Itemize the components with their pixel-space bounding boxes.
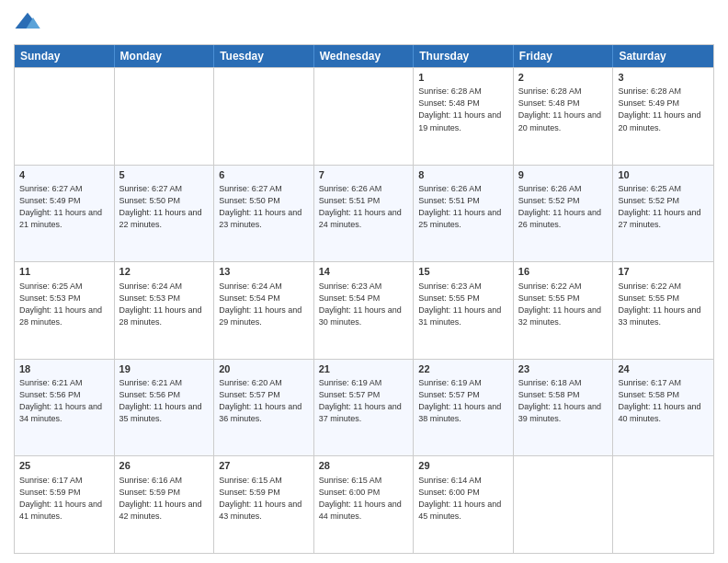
cell-info: Sunrise: 6:26 AMSunset: 5:52 PMDaylight:… [518,183,609,231]
day-number: 12 [119,265,210,279]
calendar-row-2: 11Sunrise: 6:25 AMSunset: 5:53 PMDayligh… [15,261,713,359]
day-number: 10 [618,168,709,182]
calendar-cell: 9Sunrise: 6:26 AMSunset: 5:52 PMDaylight… [514,166,614,262]
calendar-cell: 23Sunrise: 6:18 AMSunset: 5:58 PMDayligh… [514,360,614,456]
calendar-cell: 20Sunrise: 6:20 AMSunset: 5:57 PMDayligh… [214,360,314,456]
calendar-cell [613,456,713,553]
header-cell-sunday: Sunday [15,45,115,67]
day-number: 13 [219,265,309,279]
cell-info: Sunrise: 6:22 AMSunset: 5:55 PMDaylight:… [618,281,709,328]
day-number: 17 [618,265,709,279]
day-number: 23 [518,362,609,376]
day-number: 2 [518,71,609,85]
cell-info: Sunrise: 6:21 AMSunset: 5:56 PMDaylight:… [19,377,109,425]
calendar-cell: 25Sunrise: 6:17 AMSunset: 5:59 PMDayligh… [15,456,115,553]
calendar-cell: 26Sunrise: 6:16 AMSunset: 5:59 PMDayligh… [115,456,215,553]
calendar-cell: 27Sunrise: 6:15 AMSunset: 5:59 PMDayligh… [214,456,314,553]
cell-info: Sunrise: 6:21 AMSunset: 5:56 PMDaylight:… [119,377,210,425]
calendar-cell: 19Sunrise: 6:21 AMSunset: 5:56 PMDayligh… [115,360,215,456]
calendar-cell: 10Sunrise: 6:25 AMSunset: 5:52 PMDayligh… [613,166,713,262]
cell-info: Sunrise: 6:23 AMSunset: 5:54 PMDaylight:… [319,281,409,328]
calendar-cell: 12Sunrise: 6:24 AMSunset: 5:53 PMDayligh… [115,262,215,359]
cell-info: Sunrise: 6:27 AMSunset: 5:50 PMDaylight:… [219,183,309,231]
cell-info: Sunrise: 6:23 AMSunset: 5:55 PMDaylight:… [418,281,508,328]
day-number: 3 [618,71,709,85]
day-number: 1 [418,71,508,85]
calendar-row-0: 1Sunrise: 6:28 AMSunset: 5:48 PMDaylight… [15,67,713,165]
day-number: 25 [19,459,109,473]
cell-info: Sunrise: 6:20 AMSunset: 5:57 PMDaylight:… [219,377,309,425]
calendar-cell: 2Sunrise: 6:28 AMSunset: 5:48 PMDaylight… [514,68,614,165]
cell-info: Sunrise: 6:25 AMSunset: 5:53 PMDaylight:… [19,281,109,328]
calendar-cell: 29Sunrise: 6:14 AMSunset: 6:00 PMDayligh… [414,456,514,553]
calendar-cell: 8Sunrise: 6:26 AMSunset: 5:51 PMDaylight… [414,166,514,262]
header-cell-thursday: Thursday [414,45,514,67]
calendar-cell: 7Sunrise: 6:26 AMSunset: 5:51 PMDaylight… [314,166,415,262]
calendar-cell [15,68,115,165]
header-cell-tuesday: Tuesday [214,45,314,67]
cell-info: Sunrise: 6:28 AMSunset: 5:48 PMDaylight:… [418,86,508,133]
calendar: SundayMondayTuesdayWednesdayThursdayFrid… [14,44,714,554]
cell-info: Sunrise: 6:15 AMSunset: 6:00 PMDaylight:… [319,475,409,523]
calendar-row-1: 4Sunrise: 6:27 AMSunset: 5:49 PMDaylight… [15,165,713,262]
cell-info: Sunrise: 6:28 AMSunset: 5:48 PMDaylight:… [518,86,609,133]
calendar-cell [314,68,415,165]
day-number: 11 [19,265,109,279]
cell-info: Sunrise: 6:24 AMSunset: 5:54 PMDaylight:… [219,281,309,328]
cell-info: Sunrise: 6:22 AMSunset: 5:55 PMDaylight:… [518,281,609,328]
cell-info: Sunrise: 6:15 AMSunset: 5:59 PMDaylight:… [219,475,309,523]
header-cell-monday: Monday [115,45,215,67]
logo [14,9,45,37]
cell-info: Sunrise: 6:14 AMSunset: 6:00 PMDaylight:… [418,475,508,523]
calendar-cell [214,68,314,165]
day-number: 21 [319,362,409,376]
cell-info: Sunrise: 6:28 AMSunset: 5:49 PMDaylight:… [618,86,709,133]
day-number: 24 [618,362,709,376]
day-number: 19 [119,362,210,376]
day-number: 8 [418,168,508,182]
day-number: 7 [319,168,409,182]
cell-info: Sunrise: 6:19 AMSunset: 5:57 PMDaylight:… [319,377,409,425]
calendar-cell: 4Sunrise: 6:27 AMSunset: 5:49 PMDaylight… [15,166,115,262]
day-number: 4 [19,168,109,182]
page-header [14,9,714,37]
calendar-cell: 3Sunrise: 6:28 AMSunset: 5:49 PMDaylight… [613,68,713,165]
calendar-header: SundayMondayTuesdayWednesdayThursdayFrid… [15,45,713,67]
day-number: 15 [418,265,508,279]
calendar-cell: 6Sunrise: 6:27 AMSunset: 5:50 PMDaylight… [214,166,314,262]
calendar-body: 1Sunrise: 6:28 AMSunset: 5:48 PMDaylight… [15,67,713,553]
calendar-cell: 17Sunrise: 6:22 AMSunset: 5:55 PMDayligh… [613,262,713,359]
day-number: 18 [19,362,109,376]
calendar-cell: 1Sunrise: 6:28 AMSunset: 5:48 PMDaylight… [414,68,514,165]
day-number: 28 [319,459,409,473]
calendar-cell: 18Sunrise: 6:21 AMSunset: 5:56 PMDayligh… [15,360,115,456]
cell-info: Sunrise: 6:26 AMSunset: 5:51 PMDaylight:… [319,183,409,231]
cell-info: Sunrise: 6:17 AMSunset: 5:58 PMDaylight:… [618,377,709,425]
calendar-cell [115,68,215,165]
header-cell-saturday: Saturday [613,45,713,67]
cell-info: Sunrise: 6:16 AMSunset: 5:59 PMDaylight:… [119,475,210,523]
day-number: 6 [219,168,309,182]
cell-info: Sunrise: 6:17 AMSunset: 5:59 PMDaylight:… [19,475,109,523]
cell-info: Sunrise: 6:26 AMSunset: 5:51 PMDaylight:… [418,183,508,231]
header-cell-friday: Friday [514,45,614,67]
day-number: 20 [219,362,309,376]
cell-info: Sunrise: 6:27 AMSunset: 5:50 PMDaylight:… [119,183,210,231]
calendar-cell: 24Sunrise: 6:17 AMSunset: 5:58 PMDayligh… [613,360,713,456]
logo-icon [14,9,41,37]
day-number: 29 [418,459,508,473]
calendar-cell: 11Sunrise: 6:25 AMSunset: 5:53 PMDayligh… [15,262,115,359]
calendar-page: SundayMondayTuesdayWednesdayThursdayFrid… [0,0,728,563]
day-number: 26 [119,459,210,473]
day-number: 22 [418,362,508,376]
calendar-cell: 14Sunrise: 6:23 AMSunset: 5:54 PMDayligh… [314,262,415,359]
calendar-row-3: 18Sunrise: 6:21 AMSunset: 5:56 PMDayligh… [15,359,713,456]
day-number: 5 [119,168,210,182]
cell-info: Sunrise: 6:27 AMSunset: 5:49 PMDaylight:… [19,183,109,231]
calendar-cell: 28Sunrise: 6:15 AMSunset: 6:00 PMDayligh… [314,456,415,553]
calendar-cell [514,456,614,553]
cell-info: Sunrise: 6:18 AMSunset: 5:58 PMDaylight:… [518,377,609,425]
calendar-cell: 15Sunrise: 6:23 AMSunset: 5:55 PMDayligh… [414,262,514,359]
day-number: 14 [319,265,409,279]
day-number: 9 [518,168,609,182]
